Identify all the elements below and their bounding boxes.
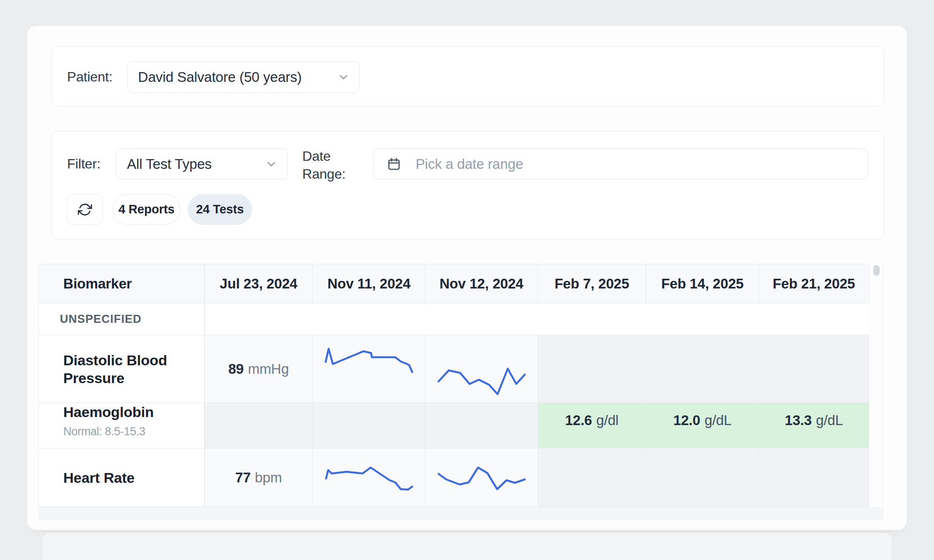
- refresh-button[interactable]: [67, 194, 103, 225]
- biomarker-name: Haemoglobin: [63, 403, 154, 421]
- value-cell: 89mmHg: [205, 335, 313, 403]
- patient-select[interactable]: David Salvatore (50 years): [127, 61, 360, 93]
- biomarker-column-header: Biomarker: [38, 264, 205, 303]
- date-column-header: Nov 11, 2024: [313, 264, 425, 303]
- sparkline-chart: [324, 465, 414, 492]
- patient-panel: Patient: David Salvatore (50 years): [51, 46, 884, 106]
- test-type-select-value: All Test Types: [127, 156, 212, 172]
- test-type-select[interactable]: All Test Types: [115, 148, 287, 179]
- empty-cell: [759, 448, 869, 507]
- date-column-header: Feb 14, 2025: [646, 264, 759, 303]
- empty-cell: [646, 335, 759, 403]
- biomarker-name-cell: HaemoglobinNormal: 8.5-15.3: [38, 403, 205, 448]
- sparkline-cell[interactable]: [313, 448, 425, 507]
- date-range-placeholder: Pick a date range: [416, 156, 523, 172]
- chevron-down-icon: [265, 158, 278, 171]
- empty-cell: [538, 335, 646, 403]
- empty-cell: [538, 448, 646, 507]
- reports-button[interactable]: 4 Reports: [113, 194, 180, 225]
- sparkline-chart: [324, 347, 414, 374]
- tests-button[interactable]: 24 Tests: [188, 194, 252, 225]
- value-cell: 12.0g/dL: [646, 403, 759, 448]
- group-row-spacer: [205, 303, 869, 335]
- normal-range: Normal: 8.5-15.3: [63, 425, 154, 438]
- filter-panel: Filter: All Test Types Date Range: Pick …: [51, 131, 884, 239]
- value-cell: 77bpm: [205, 448, 313, 507]
- date-range-input[interactable]: Pick a date range: [373, 148, 868, 179]
- date-column-header: Feb 7, 2025: [538, 264, 646, 303]
- biomarker-table: BiomarkerJul 23, 2024Nov 11, 2024Nov 12,…: [38, 264, 883, 507]
- empty-cell: [313, 403, 425, 448]
- chevron-down-icon: [337, 71, 350, 84]
- sparkline-cell[interactable]: [425, 335, 538, 403]
- empty-cell: [425, 403, 538, 448]
- group-label-cell: UNSPECIFIED: [38, 303, 205, 335]
- sparkline-chart: [436, 465, 527, 491]
- value-cell: 12.6g/dl: [538, 403, 646, 448]
- biomarker-name: Heart Rate: [63, 469, 135, 487]
- refresh-icon: [77, 202, 93, 217]
- vertical-scrollbar-track: [869, 264, 883, 507]
- date-column-header: Feb 21, 2025: [759, 264, 869, 303]
- sparkline-chart: [436, 367, 527, 396]
- date-range-label: Date Range:: [302, 147, 346, 183]
- patient-select-value: David Salvatore (50 years): [138, 69, 301, 85]
- next-section-card: [42, 533, 892, 560]
- value-cell: 13.3g/dL: [759, 403, 869, 448]
- empty-cell: [205, 403, 313, 448]
- empty-cell: [759, 335, 869, 403]
- patient-label: Patient:: [67, 47, 113, 107]
- sparkline-cell[interactable]: [425, 448, 538, 507]
- horizontal-scrollbar-track: [38, 507, 883, 520]
- date-column-header: Nov 12, 2024: [425, 264, 538, 303]
- date-column-header: Jul 23, 2024: [205, 264, 313, 303]
- filter-label: Filter:: [67, 148, 101, 179]
- vertical-scrollbar-thumb[interactable]: [873, 265, 880, 276]
- biomarker-name: Diastolic Blood Pressure: [63, 351, 169, 387]
- biomarker-name-cell: Diastolic Blood Pressure: [38, 335, 205, 403]
- sparkline-cell[interactable]: [313, 335, 425, 403]
- biomarker-name-cell: Heart Rate: [38, 448, 205, 507]
- empty-cell: [646, 448, 759, 507]
- calendar-icon: [387, 157, 401, 171]
